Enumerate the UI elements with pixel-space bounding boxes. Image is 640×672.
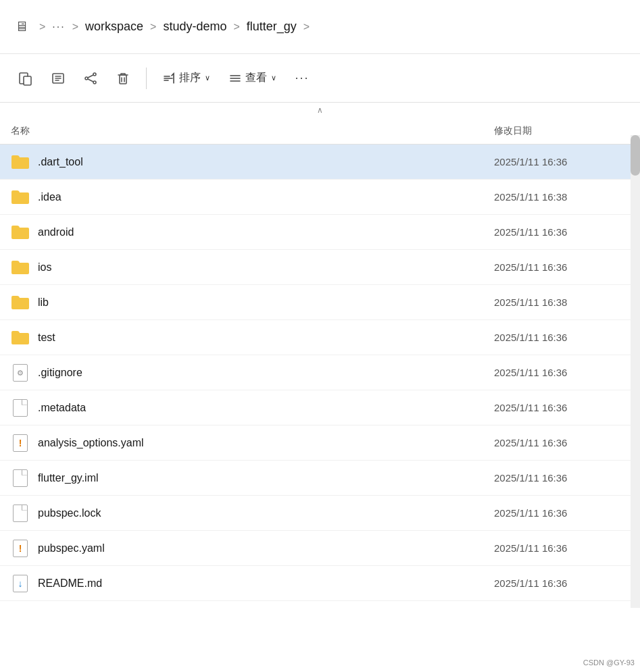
folder-icon xyxy=(11,153,30,172)
file-name-cell: analysis_options.yaml xyxy=(11,434,494,453)
file-date: 2025/1/11 16:36 xyxy=(494,437,629,448)
file-date: 2025/1/11 16:38 xyxy=(494,191,629,203)
breadcrumb-bar: 🖥 > ··· > workspace > study-demo > flutt… xyxy=(0,0,640,54)
toolbar-divider xyxy=(146,68,147,89)
sep4: > xyxy=(232,21,241,33)
file-excl-icon xyxy=(11,539,30,558)
more-label: ··· xyxy=(295,71,309,85)
file-name-cell: pubspec.yaml xyxy=(11,539,494,558)
file-date: 2025/1/11 16:36 xyxy=(494,577,629,589)
svg-rect-7 xyxy=(120,75,126,84)
breadcrumb-workspace[interactable]: workspace xyxy=(85,20,143,34)
sep3: > xyxy=(149,21,157,33)
rename-button[interactable] xyxy=(43,63,73,93)
scrollbar-track[interactable] xyxy=(631,135,640,608)
view-button[interactable]: 查看 ∨ xyxy=(221,65,285,92)
view-label: 查看 xyxy=(245,71,267,85)
share-button[interactable] xyxy=(76,63,105,93)
file-name: ios xyxy=(38,261,51,274)
file-name-cell: .idea xyxy=(11,188,494,207)
file-date: 2025/1/11 16:36 xyxy=(494,542,629,554)
more-button[interactable]: ··· xyxy=(287,63,317,93)
file-row[interactable]: ios 2025/1/11 16:36 xyxy=(0,250,640,285)
scrollbar-thumb[interactable] xyxy=(631,135,640,176)
file-name: .dart_tool xyxy=(38,156,83,168)
file-name: flutter_gy.iml xyxy=(38,472,99,484)
file-row[interactable]: .dart_tool 2025/1/11 16:36 xyxy=(0,145,640,180)
file-date: 2025/1/11 16:36 xyxy=(494,156,629,167)
svg-line-6 xyxy=(88,79,93,82)
file-row[interactable]: lib 2025/1/11 16:38 xyxy=(0,285,640,320)
file-name-cell: .dart_tool xyxy=(11,153,494,172)
svg-line-5 xyxy=(88,75,93,78)
file-name-cell: flutter_gy.iml xyxy=(11,469,494,488)
file-row[interactable]: android 2025/1/11 16:36 xyxy=(0,215,640,250)
file-gear-icon xyxy=(11,363,30,382)
breadcrumb-study-demo[interactable]: study-demo xyxy=(163,20,226,34)
file-name: .gitignore xyxy=(38,367,82,379)
file-row[interactable]: .idea 2025/1/11 16:38 xyxy=(0,180,640,215)
svg-rect-0 xyxy=(24,76,31,85)
file-date: 2025/1/11 16:36 xyxy=(494,472,629,484)
collapse-indicator[interactable]: ∧ xyxy=(0,103,640,118)
folder-icon xyxy=(11,223,30,242)
sep5: > xyxy=(302,21,311,33)
file-name-cell: lib xyxy=(11,293,494,312)
view-chevron: ∨ xyxy=(271,74,276,82)
watermark: CSDN @GY-93 xyxy=(583,658,635,667)
file-list: .dart_tool 2025/1/11 16:36 .idea 2025/1/… xyxy=(0,145,640,601)
file-row[interactable]: test 2025/1/11 16:36 xyxy=(0,320,640,355)
file-name: pubspec.lock xyxy=(38,507,101,519)
file-name-cell: .metadata xyxy=(11,398,494,417)
delete-button[interactable] xyxy=(108,63,138,93)
file-name-cell: .gitignore xyxy=(11,363,494,382)
file-dl-icon xyxy=(11,574,30,593)
copy-button[interactable] xyxy=(11,63,41,93)
file-list-header: 名称 修改日期 xyxy=(0,118,640,145)
file-name-cell: README.md xyxy=(11,574,494,593)
file-date: 2025/1/11 16:36 xyxy=(494,261,629,273)
sep2: > xyxy=(71,21,80,33)
file-name: lib xyxy=(38,296,49,309)
column-name: 名称 xyxy=(11,125,494,137)
file-excl-icon xyxy=(11,434,30,453)
breadcrumb-flutter-gy[interactable]: flutter_gy xyxy=(247,20,297,34)
computer-icon: 🖥 xyxy=(11,16,32,38)
sort-label: 排序 xyxy=(179,71,201,85)
file-name: README.md xyxy=(38,577,102,590)
file-name-cell: android xyxy=(11,223,494,242)
file-icon xyxy=(11,504,30,523)
file-date: 2025/1/11 16:36 xyxy=(494,402,629,413)
folder-icon xyxy=(11,328,30,347)
file-name: .metadata xyxy=(38,402,86,414)
file-row[interactable]: pubspec.yaml 2025/1/11 16:36 xyxy=(0,531,640,566)
toolbar: 排序 ∨ 查看 ∨ ··· xyxy=(0,54,640,103)
file-date: 2025/1/11 16:36 xyxy=(494,226,629,238)
file-row[interactable]: analysis_options.yaml 2025/1/11 16:36 xyxy=(0,425,640,461)
file-icon xyxy=(11,398,30,417)
file-name: analysis_options.yaml xyxy=(38,437,144,449)
file-date: 2025/1/11 16:36 xyxy=(494,507,629,519)
file-row[interactable]: .gitignore 2025/1/11 16:36 xyxy=(0,355,640,390)
folder-icon xyxy=(11,188,30,207)
file-name-cell: pubspec.lock xyxy=(11,504,494,523)
file-row[interactable]: flutter_gy.iml 2025/1/11 16:36 xyxy=(0,461,640,496)
file-row[interactable]: .metadata 2025/1/11 16:36 xyxy=(0,390,640,425)
sort-button[interactable]: 排序 ∨ xyxy=(155,65,218,92)
file-row[interactable]: pubspec.lock 2025/1/11 16:36 xyxy=(0,496,640,531)
file-name: android xyxy=(38,226,74,238)
sort-chevron: ∨ xyxy=(205,74,210,82)
collapse-arrow: ∧ xyxy=(317,105,323,115)
folder-icon xyxy=(11,293,30,312)
file-date: 2025/1/11 16:38 xyxy=(494,296,629,308)
folder-icon xyxy=(11,258,30,277)
file-name: test xyxy=(38,332,55,344)
file-name: .idea xyxy=(38,191,61,203)
file-date: 2025/1/11 16:36 xyxy=(494,332,629,343)
file-row[interactable]: README.md 2025/1/11 16:36 xyxy=(0,566,640,601)
sep1: > xyxy=(38,21,47,33)
file-name-cell: test xyxy=(11,328,494,347)
breadcrumb-ellipsis[interactable]: ··· xyxy=(52,21,65,33)
file-icon xyxy=(11,469,30,488)
file-name: pubspec.yaml xyxy=(38,542,105,554)
